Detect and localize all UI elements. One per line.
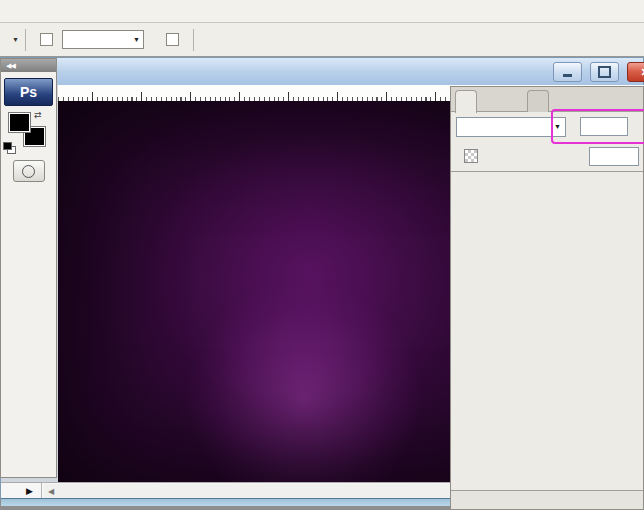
lock-transparency-icon[interactable] <box>464 150 478 163</box>
lock-pixels-icon[interactable] <box>485 150 499 163</box>
tool-preset-picker[interactable]: ▼ <box>8 36 19 43</box>
chevron-down-icon: ▼ <box>12 36 19 43</box>
layers-controls: ▼ <box>451 112 643 141</box>
auto-select-checkbox[interactable] <box>40 33 53 46</box>
divider <box>41 483 42 499</box>
minimize-button[interactable] <box>553 62 582 82</box>
options-bar: ▼ ▼ <box>0 23 644 57</box>
tab-layers[interactable] <box>455 90 477 113</box>
close-button[interactable]: ✕ <box>627 62 644 82</box>
quick-mask-icon <box>22 165 35 178</box>
blend-mode-dropdown[interactable]: ▼ <box>456 117 566 137</box>
scroll-left-icon: ◀ <box>48 487 54 496</box>
document-titlebar[interactable]: ✕ <box>1 58 643 85</box>
chevron-down-icon: ▼ <box>554 123 561 130</box>
collapse-icon: ◀◀ <box>6 62 15 70</box>
divider <box>25 29 26 51</box>
quick-mask-button[interactable] <box>13 160 45 182</box>
maximize-icon <box>598 66 611 78</box>
layers-panel: ▼ <box>450 86 644 510</box>
layers-panel-footer <box>451 490 643 509</box>
maximize-button[interactable] <box>590 62 619 82</box>
status-flyout-icon[interactable]: ▶ <box>26 486 33 496</box>
color-swatches: ⇄ <box>1 110 56 156</box>
lock-all-icon[interactable] <box>527 150 541 163</box>
tab-tool-presets[interactable] <box>527 90 549 112</box>
watermark-text <box>124 388 391 407</box>
photoshop-logo: Ps <box>4 78 53 106</box>
lock-position-icon[interactable] <box>506 150 520 163</box>
screen-mode-button[interactable] <box>11 188 47 214</box>
lock-row <box>451 143 643 169</box>
auto-select-scope-dropdown[interactable]: ▼ <box>62 30 144 49</box>
chevron-down-icon: ▼ <box>133 36 140 43</box>
collapse-palette-button[interactable]: ◀◀ <box>1 59 56 72</box>
fill-input[interactable] <box>589 147 639 166</box>
panel-tabs <box>451 87 643 112</box>
foreground-color-swatch[interactable] <box>8 112 31 133</box>
photoshop-window: ▼ ▼ ✕ ▶ ◀ <box>0 0 644 510</box>
divider <box>193 29 194 51</box>
default-colors-icon[interactable] <box>3 142 15 153</box>
close-icon: ✕ <box>640 66 644 79</box>
show-transform-checkbox[interactable] <box>166 33 179 46</box>
swap-colors-icon[interactable]: ⇄ <box>34 110 42 120</box>
layers-list <box>451 171 643 492</box>
minimize-icon <box>563 74 572 77</box>
menu-bar <box>0 0 644 23</box>
toolbox-palette: ◀◀ Ps ⇄ <box>0 58 57 478</box>
opacity-input[interactable] <box>580 117 628 136</box>
